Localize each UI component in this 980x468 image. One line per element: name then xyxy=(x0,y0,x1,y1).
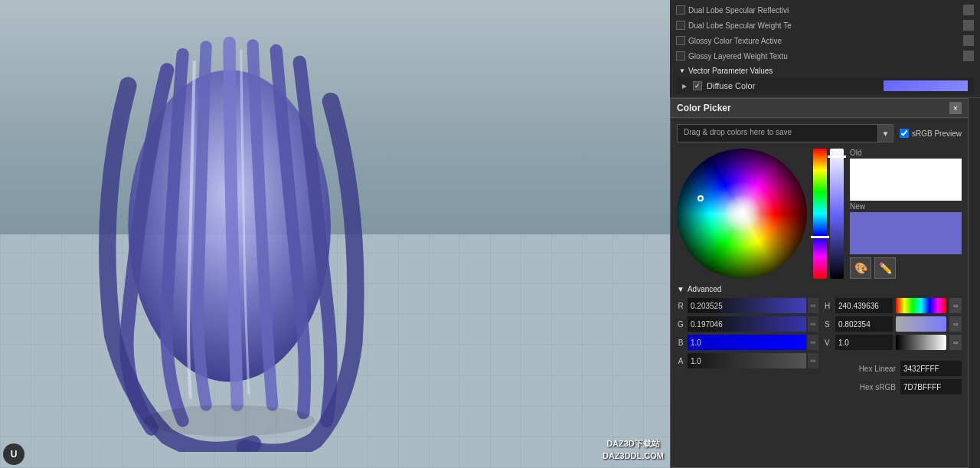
hex-srgb-row: Hex sRGB xyxy=(825,379,962,394)
v-channel-row: V ⇔ xyxy=(825,335,962,350)
properties-area: Dual Lobe Specular Reflectivi Dual Lobe … xyxy=(670,0,980,98)
ue-logo: U xyxy=(3,443,24,465)
color-wheel[interactable] xyxy=(677,149,807,279)
b-expand-button[interactable]: ⇔ xyxy=(808,335,818,350)
advanced-header: ▼ Advanced xyxy=(677,285,962,293)
color-picker-close-button[interactable]: × xyxy=(949,102,962,114)
hsv-hex-area: H ⇔ S xyxy=(825,298,962,398)
color-wheel-container[interactable] xyxy=(677,149,807,279)
b-value-input[interactable] xyxy=(688,335,806,350)
glossy-color-checkbox[interactable] xyxy=(676,36,685,45)
advanced-section: ▼ Advanced R ⇔ xyxy=(677,285,962,398)
drag-drop-input[interactable]: Drag & drop colors here to save xyxy=(677,124,878,142)
old-new-area: Old New 🎨 ✏️ xyxy=(850,149,962,279)
prop-row-dual-lobe-spec-wt: Dual Lobe Specular Weight Te xyxy=(676,18,974,32)
hex-linear-row: Hex Linear xyxy=(825,361,962,376)
r-expand-button[interactable]: ⇔ xyxy=(808,298,818,313)
b-channel-row: B ⇔ xyxy=(677,335,818,350)
prop-swatch-2 xyxy=(963,35,974,46)
a-expand-button[interactable]: ⇔ xyxy=(808,353,818,368)
v-expand-button[interactable]: ⇔ xyxy=(949,335,962,350)
eyedropper-tool-button[interactable]: ✏️ xyxy=(874,257,896,279)
svg-point-1 xyxy=(144,405,315,437)
glossy-color-label: Glossy Color Texture Active xyxy=(688,37,960,45)
color-picker-body: Drag & drop colors here to save ▼ sRGB P… xyxy=(671,118,968,404)
color-picker-dialog: Color Picker × Drag & drop colors here t… xyxy=(670,98,969,468)
prop-swatch-3 xyxy=(963,51,974,61)
diffuse-expand-arrow: ▶ xyxy=(682,83,690,90)
b-label: B xyxy=(677,339,684,347)
g-expand-button[interactable]: ⇔ xyxy=(808,316,818,332)
r-label: R xyxy=(677,302,684,310)
r-value-input[interactable] xyxy=(688,298,806,313)
hair-figure xyxy=(46,8,444,452)
color-picker-titlebar: Color Picker × xyxy=(671,99,968,118)
h-slider-bar xyxy=(896,298,946,313)
prop-row-glossy-layered: Glossy Layered Weight Textu xyxy=(676,49,974,63)
dual-lobe-spec-ref-checkbox[interactable] xyxy=(676,5,685,15)
prop-row-glossy-color: Glossy Color Texture Active xyxy=(676,34,974,47)
h-expand-button[interactable]: ⇔ xyxy=(949,298,962,313)
brightness-slider[interactable] xyxy=(830,149,844,279)
v-label: V xyxy=(825,339,832,347)
hex-linear-input[interactable] xyxy=(900,361,962,376)
v-value-input[interactable] xyxy=(835,335,893,350)
right-panel: Dual Lobe Specular Reflectivi Dual Lobe … xyxy=(670,0,980,468)
old-label: Old xyxy=(850,149,962,157)
a-label: A xyxy=(677,357,684,365)
color-wheel-indicator xyxy=(697,195,704,201)
g-label: G xyxy=(677,320,684,329)
dual-lobe-spec-wt-checkbox[interactable] xyxy=(676,21,685,30)
new-label: New xyxy=(850,202,962,211)
color-picker-title: Color Picker xyxy=(677,103,731,113)
hex-linear-label: Hex Linear xyxy=(859,365,896,373)
glossy-layered-checkbox[interactable] xyxy=(676,51,685,61)
g-value-input[interactable] xyxy=(688,316,806,332)
h-label: H xyxy=(825,302,832,310)
hex-srgb-label: Hex sRGB xyxy=(860,383,896,391)
palette-tool-button[interactable]: 🎨 xyxy=(850,257,871,279)
watermark: DAZ3D下载站 DAZ3DDL.COM xyxy=(603,438,664,462)
rgba-sliders: R ⇔ G ⇔ xyxy=(677,298,818,398)
advanced-label: Advanced xyxy=(688,285,721,293)
brightness-slider-track xyxy=(830,149,844,279)
h-value-input[interactable] xyxy=(835,298,893,313)
prop-swatch-1 xyxy=(963,20,974,31)
h-slider-container[interactable] xyxy=(896,298,946,313)
hue-slider[interactable] xyxy=(813,149,827,279)
drag-drop-dropdown-arrow[interactable]: ▼ xyxy=(878,124,893,142)
advanced-arrow: ▼ xyxy=(677,285,684,293)
g-channel-row: G ⇔ xyxy=(677,316,818,332)
s-value-input[interactable] xyxy=(835,316,893,332)
dual-lobe-spec-ref-label: Dual Lobe Specular Reflectivi xyxy=(688,6,960,15)
hex-fields: Hex Linear Hex sRGB xyxy=(825,358,962,398)
s-slider-bar xyxy=(896,316,946,332)
glossy-layered-label: Glossy Layered Weight Textu xyxy=(688,52,960,61)
srgb-checkbox-area: sRGB Preview xyxy=(900,129,962,138)
diffuse-color-checkbox[interactable] xyxy=(693,81,702,90)
s-expand-button[interactable]: ⇔ xyxy=(949,316,962,332)
hue-slider-track xyxy=(813,149,827,279)
hex-srgb-input[interactable] xyxy=(900,379,962,394)
diffuse-color-label: Diffuse Color xyxy=(707,81,880,90)
s-label: S xyxy=(825,320,832,329)
vector-params-header: ▼ Vector Parameter Values xyxy=(676,64,974,77)
srgb-checkbox[interactable] xyxy=(900,129,909,138)
a-channel-row: A ⇔ xyxy=(677,353,818,368)
new-color-swatch xyxy=(850,212,962,254)
s-channel-row: S ⇔ xyxy=(825,316,962,332)
v-slider-bar xyxy=(896,335,946,350)
diffuse-color-row[interactable]: ▶ Diffuse Color xyxy=(676,77,974,94)
advanced-body: R ⇔ G ⇔ xyxy=(677,298,962,398)
color-main-area: Old New 🎨 ✏️ xyxy=(677,149,962,279)
hue-brightness-sliders xyxy=(813,149,844,279)
s-slider-container[interactable] xyxy=(896,316,946,332)
srgb-label: sRGB Preview xyxy=(912,129,962,138)
a-value-input[interactable] xyxy=(688,353,806,368)
old-color-swatch xyxy=(850,159,962,201)
diffuse-color-preview[interactable] xyxy=(884,80,968,91)
v-slider-container[interactable] xyxy=(896,335,946,350)
dual-lobe-spec-wt-label: Dual Lobe Specular Weight Te xyxy=(688,21,960,30)
prop-swatch-0 xyxy=(963,5,974,15)
prop-row-dual-lobe-spec-ref: Dual Lobe Specular Reflectivi xyxy=(676,3,974,17)
